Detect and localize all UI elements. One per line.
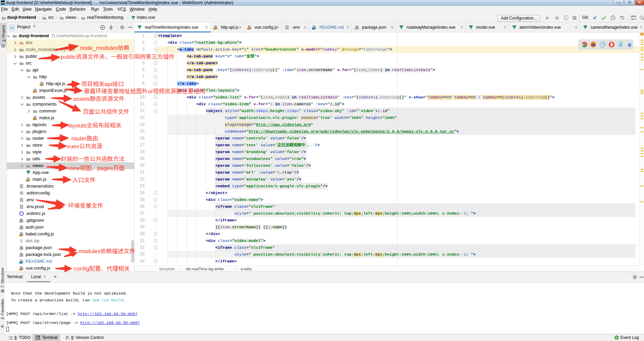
svg-text:{}: {} — [19, 228, 22, 230]
svg-text:JS: JS — [26, 180, 29, 182]
svg-text:JS: JS — [33, 91, 35, 93]
svg-text:{}: {} — [19, 248, 22, 250]
svg-text:1: 1 — [616, 336, 618, 339]
svg-text:JS: JS — [214, 28, 216, 30]
svg-text:MD: MD — [312, 28, 315, 30]
svg-text:JS: JS — [247, 28, 250, 30]
svg-text:JS: JS — [33, 118, 35, 120]
svg-text:JS: JS — [40, 84, 42, 86]
svg-text:JS: JS — [19, 269, 22, 271]
svg-text:MD: MD — [19, 262, 22, 264]
svg-text:e: e — [628, 41, 632, 48]
svg-text:{}: {} — [355, 28, 357, 30]
svg-text:JS: JS — [19, 234, 22, 236]
svg-text:{}: {} — [19, 255, 22, 257]
